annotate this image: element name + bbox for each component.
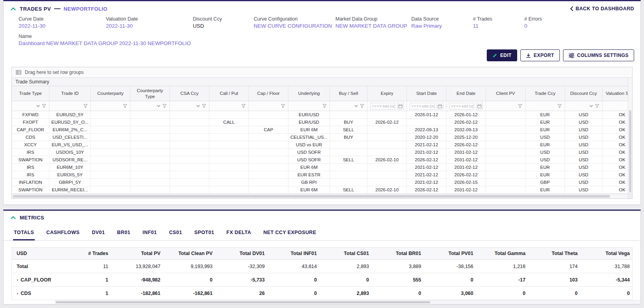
expand-chevron-icon[interactable]: ›: [17, 277, 18, 282]
tab-fx-delta[interactable]: FX DELTA: [226, 226, 252, 240]
column-header-counterparty-type[interactable]: Counterparty Type: [130, 86, 170, 101]
trade-cell: [249, 156, 288, 163]
column-header-cap-floor[interactable]: Cap / Floor: [249, 86, 288, 101]
tab-inf01[interactable]: INF01: [142, 226, 158, 240]
calendar-icon[interactable]: [437, 103, 443, 110]
trade-row[interactable]: SWAPTIONEUR6M_RECEI...EUR 6MSELL2026-02-…: [12, 186, 628, 194]
trade-row[interactable]: CDSUSD_CELESTI...CELESTIAL_US...BUY2020-…: [12, 134, 628, 141]
horizontal-scrollbar[interactable]: [12, 194, 628, 198]
filter-funnel-icon[interactable]: [595, 104, 599, 108]
trade-row[interactable]: IRSEUR6M_10YEUR 6M2021-02-122031-02-12EU…: [12, 164, 628, 171]
trade-cell: [407, 119, 446, 126]
trade-row[interactable]: IRSEUROIS_5YEUR ESTR2021-02-122026-02-12…: [12, 171, 628, 179]
portfolio-name-link[interactable]: NEWPORTFOLIO: [64, 6, 107, 12]
trade-cell: IRS: [12, 149, 49, 156]
tab-cashflows[interactable]: CASHFLOWS: [45, 226, 80, 240]
tab-dv01[interactable]: DV01: [91, 226, 105, 240]
column-header-expiry[interactable]: Expiry: [367, 86, 407, 101]
back-to-dashboard-link[interactable]: BACK TO DASHBOARD: [570, 6, 634, 11]
name-field-value-link[interactable]: Dashboard NEW MARKET DATA GROUP 2022-11-…: [19, 40, 634, 46]
collapse-chevron-up-icon[interactable]: [11, 7, 16, 11]
field-value-link[interactable]: 2022-11-30: [106, 23, 190, 29]
filter-funnel-icon[interactable]: [518, 104, 522, 108]
trade-row[interactable]: FXOPTEURUSD_5Y_O...CALLEUR/USDBUY2026-02…: [12, 119, 628, 126]
column-header-discount-ccy[interactable]: Discount Ccy: [565, 86, 603, 101]
trade-row[interactable]: FXFWDEURUSD_5YEUR/USD2026-01-122026-01-1…: [12, 111, 628, 119]
tab-totals[interactable]: TOTALS: [13, 226, 35, 240]
trade-cell: [249, 186, 288, 193]
date-filter-input[interactable]: YYYY-MM-DD: [410, 103, 435, 110]
metrics-horizontal-scrollbar[interactable]: [55, 300, 640, 304]
trade-cell: EUR: [525, 186, 565, 193]
trade-cell: [486, 186, 525, 193]
field-value-link[interactable]: NEW MARKET DATA GROUP: [335, 23, 408, 29]
vertical-scrollbar[interactable]: [628, 78, 632, 194]
column-header-trade-type[interactable]: Trade Type: [12, 86, 49, 101]
edit-button[interactable]: EDIT: [487, 49, 517, 61]
date-filter-input[interactable]: YYYY-MM-DD: [370, 103, 395, 110]
metrics-row-cds[interactable]: ›CDS1-182,861-162,8612602,89303,060000: [12, 287, 632, 300]
vertical-scrollbar-thumb[interactable]: [629, 110, 631, 193]
column-header-valuation-status[interactable]: Valuation Status: [603, 86, 628, 101]
date-filter-input[interactable]: YYYY-MM-DD: [449, 103, 474, 110]
caret-down-icon[interactable]: [157, 105, 160, 107]
caret-down-icon[interactable]: [354, 105, 358, 107]
column-header-call-put[interactable]: Call / Put: [209, 86, 249, 101]
tab-net-ccy-exposure[interactable]: NET CCY EXPOSURE: [263, 226, 317, 240]
field-value-link[interactable]: Raw Primary: [411, 23, 470, 29]
trade-cell: [367, 111, 407, 118]
filter-funnel-icon[interactable]: [83, 104, 88, 108]
filter-funnel-icon[interactable]: [42, 104, 46, 108]
column-header-end-date[interactable]: End Date: [446, 86, 486, 101]
metrics-horizontal-scrollbar-thumb[interactable]: [56, 301, 430, 303]
expand-chevron-icon[interactable]: ›: [17, 291, 18, 296]
caret-down-icon[interactable]: [196, 105, 200, 107]
field-value-link[interactable]: 2022-11-30: [19, 23, 103, 29]
trade-cell: [170, 111, 209, 118]
tab-cs01[interactable]: CS01: [168, 226, 183, 240]
trade-cell: SWAPTION: [12, 186, 49, 193]
trade-row[interactable]: IRSUSDOIS_10YUSD SOFR2021-02-122031-02-1…: [12, 149, 628, 156]
field-value-link[interactable]: 11: [473, 23, 521, 29]
filter-funnel-icon[interactable]: [360, 104, 364, 108]
export-button[interactable]: EXPORT: [520, 49, 560, 61]
filter-funnel-icon[interactable]: [322, 104, 327, 108]
filter-funnel-icon[interactable]: [281, 104, 285, 108]
metrics-value: 0: [424, 277, 476, 283]
field-label: Market Data Group: [335, 16, 408, 22]
field-value-link[interactable]: NEW CURVE CONFIGURATION: [254, 23, 332, 29]
column-header-counterparty[interactable]: Counterparty: [91, 86, 130, 101]
filter-funnel-icon[interactable]: [162, 104, 167, 108]
trade-row[interactable]: CAP_FLOOREUR6M_2%_C...CAPEUR 6MSELL2022-…: [12, 126, 628, 134]
filter-funnel-icon[interactable]: [202, 104, 206, 108]
calendar-icon[interactable]: [476, 103, 483, 110]
metrics-row-label: CDS: [21, 291, 31, 296]
column-header-trade-id[interactable]: Trade ID: [49, 86, 91, 101]
trade-cell: USD: [565, 141, 603, 148]
metrics-value: 0: [267, 291, 319, 296]
metrics-row-cap-floor[interactable]: ›CAP_FLOOR1-948,9820-5,733005550-17103-5…: [12, 273, 632, 287]
horizontal-scrollbar-thumb[interactable]: [13, 195, 610, 198]
caret-down-icon[interactable]: [589, 105, 593, 107]
filter-funnel-icon[interactable]: [557, 104, 562, 108]
column-header-underlying[interactable]: Underlying: [288, 86, 330, 101]
column-header-csa-ccy[interactable]: CSA Ccy: [170, 86, 209, 101]
collapse-chevron-up-icon[interactable]: [11, 216, 16, 219]
columns-settings-button[interactable]: COLUMNS SETTINGS: [563, 49, 634, 61]
column-header-buy-sell[interactable]: Buy / Sell: [330, 86, 367, 101]
trade-row[interactable]: SWAPTIONUSDSOFR_RE...USD SOFRSELL2026-02…: [12, 156, 628, 164]
filter-funnel-icon[interactable]: [241, 104, 246, 108]
column-header-start-date[interactable]: Start Date: [407, 86, 446, 101]
trade-row[interactable]: XCCYEUR_VS_USD_...USD vs EUR2021-02-1220…: [12, 141, 628, 149]
metrics-value: 43,614: [267, 264, 319, 269]
trade-row[interactable]: INFLATIONGBRPI_5YGB RPI2021-02-122026-02…: [12, 179, 628, 186]
caret-down-icon[interactable]: [36, 105, 40, 107]
metrics-row-label: CAP_FLOOR: [21, 277, 51, 283]
tab-spot01[interactable]: SPOT01: [194, 226, 215, 240]
filter-funnel-icon[interactable]: [123, 104, 127, 108]
field-value-link[interactable]: 0: [524, 23, 631, 29]
column-header-trade-ccy[interactable]: Trade Ccy: [525, 86, 565, 101]
tab-br01[interactable]: BR01: [116, 226, 131, 240]
column-header-client-pv[interactable]: Client PV: [486, 86, 525, 101]
calendar-icon[interactable]: [397, 103, 404, 110]
